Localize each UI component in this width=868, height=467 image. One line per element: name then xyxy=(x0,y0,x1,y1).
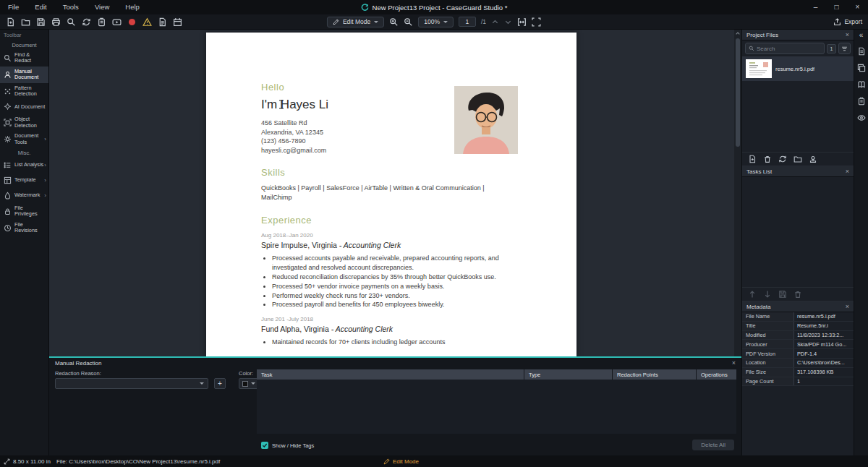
notes-panel-icon[interactable] xyxy=(857,97,866,106)
sidebar-item-template[interactable]: Template › xyxy=(0,173,48,188)
fit-screen-icon[interactable] xyxy=(532,17,541,27)
collapse-panel-icon[interactable]: « xyxy=(859,32,864,39)
zoom-in-icon[interactable] xyxy=(389,17,399,27)
resume-bullet: Maintained records for 70+ clients inclu… xyxy=(272,338,522,347)
sidebar-item-ai-document[interactable]: AI Document xyxy=(0,99,48,114)
file-row-selected[interactable]: resume.nr5.i.pdf xyxy=(742,56,854,81)
column-redaction-points[interactable]: Redaction Points xyxy=(613,369,697,380)
delete-task-icon[interactable] xyxy=(793,290,802,299)
save-tasks-icon[interactable] xyxy=(778,290,787,299)
pattern-detection-icon xyxy=(4,87,12,95)
scrollbar-thumb[interactable] xyxy=(736,38,740,147)
column-task[interactable]: Task xyxy=(257,369,524,380)
sort-files-button[interactable] xyxy=(838,43,851,54)
close-metadata-button[interactable]: × xyxy=(846,304,849,310)
search-document-icon[interactable] xyxy=(67,17,76,27)
duplicates-panel-icon[interactable] xyxy=(857,64,866,72)
sidebar-item-pattern-detection[interactable]: Pattern Detection xyxy=(0,83,48,100)
metadata-label: Title xyxy=(742,322,794,330)
refresh-document-icon[interactable] xyxy=(82,17,91,27)
clipboard-icon[interactable] xyxy=(97,17,106,27)
print-icon[interactable] xyxy=(51,17,61,27)
metadata-label: Location xyxy=(742,359,794,367)
document-canvas[interactable]: Hello I'm Hayes Li 456 Satellite Rd Alex… xyxy=(49,30,741,356)
zoom-out-icon[interactable] xyxy=(404,17,413,27)
add-reason-button[interactable]: + xyxy=(214,378,226,389)
refresh-files-icon[interactable] xyxy=(778,155,787,163)
page-number-input[interactable] xyxy=(459,17,476,27)
column-type[interactable]: Type xyxy=(524,369,613,380)
maximize-button[interactable]: □ xyxy=(826,0,847,14)
sidebar-item-file-privileges[interactable]: File Privileges xyxy=(0,203,48,220)
resume-job2-company: Fund Alpha, Virginia xyxy=(261,325,329,333)
redaction-reason-select[interactable] xyxy=(55,378,208,389)
menu-tools[interactable]: Tools xyxy=(55,0,87,14)
sidebar-item-list-analysis[interactable]: List Analysis › xyxy=(0,158,48,173)
move-task-down-icon[interactable] xyxy=(763,290,772,299)
show-hide-tags-control[interactable]: Show / Hide Tags xyxy=(261,442,314,449)
previous-page-icon[interactable] xyxy=(491,18,499,26)
toolbar-center-controls: Edit Mode 100% /1 xyxy=(327,14,541,30)
metadata-value: Resume.5nr.i xyxy=(794,322,854,330)
search-box[interactable] xyxy=(745,43,825,54)
sidebar-item-label: Find & Redact xyxy=(14,52,46,64)
resume-job2-title: Fund Alpha, Virginia - Accounting Clerk xyxy=(261,325,519,333)
column-operations[interactable]: Operations xyxy=(697,369,736,380)
new-file-icon[interactable] xyxy=(6,17,15,27)
close-project-files-button[interactable]: × xyxy=(846,32,849,38)
search-icon xyxy=(749,46,754,51)
minimize-button[interactable]: – xyxy=(805,0,826,14)
search-input[interactable] xyxy=(757,46,821,52)
fit-width-icon[interactable] xyxy=(517,17,527,27)
document-page[interactable]: Hello I'm Hayes Li 456 Satellite Rd Alex… xyxy=(206,33,576,356)
metadata-value: 11/8/2023 12:33:2... xyxy=(794,331,854,340)
project-files-header: Project Files × xyxy=(742,30,854,40)
export-button[interactable]: Export xyxy=(833,18,862,26)
calendar-icon[interactable] xyxy=(173,17,182,27)
zoom-level-dropdown[interactable]: 100% xyxy=(418,17,454,27)
menu-help[interactable]: Help xyxy=(117,0,148,14)
delete-file-icon[interactable] xyxy=(763,155,772,163)
sidebar-item-manual-document[interactable]: Manual Document xyxy=(0,67,48,83)
close-tasks-list-button[interactable]: × xyxy=(846,168,849,175)
move-task-up-icon[interactable] xyxy=(748,290,757,299)
menu-edit[interactable]: Edit xyxy=(27,0,54,14)
record-icon[interactable] xyxy=(127,17,137,27)
sidebar-item-label: File Privileges xyxy=(14,205,46,218)
menu-view[interactable]: View xyxy=(87,0,117,14)
sidebar-item-file-revisions[interactable]: File Revisions xyxy=(0,220,48,236)
show-tags-checkbox[interactable] xyxy=(261,442,268,449)
media-icon[interactable] xyxy=(112,17,122,27)
save-icon[interactable] xyxy=(36,17,46,27)
metadata-label: Producer xyxy=(742,340,794,348)
edit-mode-dropdown[interactable]: Edit Mode xyxy=(327,17,384,27)
open-file-folder-icon[interactable] xyxy=(793,155,802,163)
close-panel-button[interactable]: × xyxy=(732,360,736,367)
add-file-icon[interactable] xyxy=(748,155,757,163)
delete-all-button[interactable]: Delete All xyxy=(692,440,734,450)
sidebar-item-find-redact[interactable]: Find & Redact xyxy=(0,50,48,67)
close-window-button[interactable]: × xyxy=(847,0,868,14)
warning-icon[interactable] xyxy=(142,17,152,27)
metadata-value: C:\Users\brox\Des... xyxy=(794,359,854,367)
file-settings-icon[interactable] xyxy=(809,155,817,163)
open-folder-icon[interactable] xyxy=(21,17,30,27)
resume-job2-role: - Accounting Clerk xyxy=(331,325,393,333)
edit-mode-indicator: Edit Mode xyxy=(383,458,419,465)
sidebar-item-watermark[interactable]: Watermark › xyxy=(0,188,48,203)
sidebar-item-object-detection[interactable]: Object Detection xyxy=(0,114,48,131)
metadata-value: Skia/PDF m114 Go... xyxy=(794,340,854,348)
vertical-scrollbar[interactable] xyxy=(734,30,741,356)
dictionary-panel-icon[interactable] xyxy=(857,80,866,89)
file-name: resume.nr5.i.pdf xyxy=(775,66,814,72)
next-page-icon[interactable] xyxy=(504,18,512,26)
preview-eye-icon[interactable] xyxy=(857,113,866,122)
sidebar-section-document: Document xyxy=(0,40,48,50)
status-bar: 8.50 x 11.00 in File: C:\Users\brox\Desk… xyxy=(0,455,868,467)
scroll-up-icon[interactable] xyxy=(735,30,741,36)
pages-panel-icon[interactable] xyxy=(857,47,866,56)
sidebar-item-document-tools[interactable]: Document Tools › xyxy=(0,131,48,147)
report-document-icon[interactable] xyxy=(158,17,167,27)
menu-file[interactable]: File xyxy=(0,0,27,14)
resume-experience-heading: Experience xyxy=(261,215,519,226)
